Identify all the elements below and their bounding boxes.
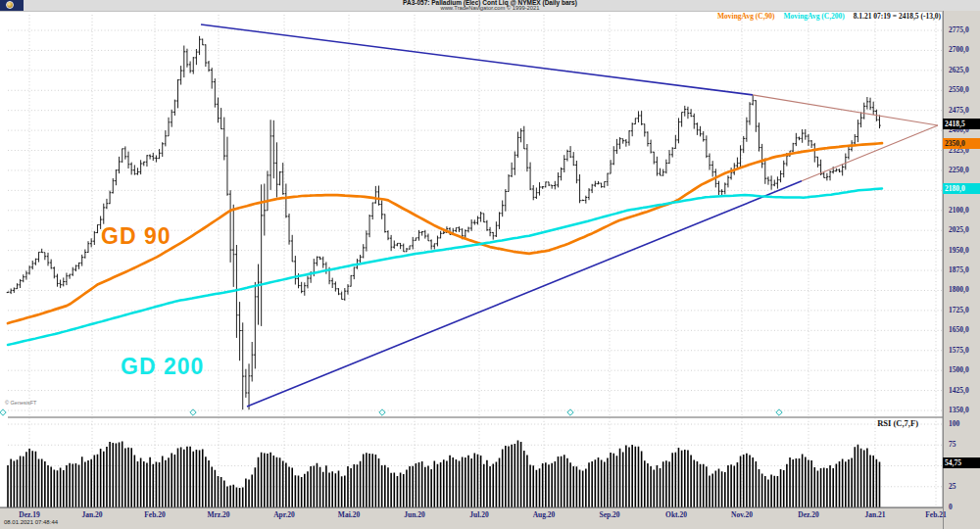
month-label[interactable]: Apr.20	[273, 511, 295, 519]
rsi-value-badge: 54,75	[943, 457, 980, 468]
price-tick-label: 1425,0	[949, 387, 969, 395]
date-axis[interactable]: Dez.19Jan.20Feb.20Mrz.20Apr.20Mai.20Jun.…	[0, 507, 943, 529]
trade-navigator-window: PA3-057: Palladium (Elec) Cont Liq @ NYM…	[0, 0, 980, 529]
price-tick-label: 1800,0	[949, 286, 969, 294]
price-tick-label: 1725,0	[949, 307, 969, 314]
price-tick-label: 2775,0	[949, 26, 969, 34]
status-timestamp: 08.01.2021 07:48:44	[4, 519, 58, 525]
price-tick-label: 1350,0	[949, 407, 969, 414]
price-tick-label: 2700,0	[949, 46, 969, 54]
indicator-legend: MovingAvg (C,90) MovingAvg (C,200) 8.1.2…	[710, 12, 941, 21]
month-label[interactable]: Dez.19	[19, 511, 39, 519]
month-label[interactable]: Okt.20	[665, 511, 687, 519]
month-label[interactable]: Jan.20	[81, 511, 102, 519]
chart-subtitle: www.TradeNavigator.com © 1999-2021	[0, 6, 980, 12]
rsi-tick-label: 100	[949, 420, 959, 428]
price-tick-label: 1875,0	[949, 266, 969, 274]
month-label[interactable]: Jun.20	[404, 511, 424, 519]
month-label[interactable]: Feb.20	[144, 511, 165, 519]
ma90-value-badge: 2350,0	[943, 138, 980, 149]
price-tick-label: 2625,0	[949, 67, 969, 74]
price-tick-label: 1500,0	[949, 366, 969, 374]
price-tick-label: 1650,0	[949, 326, 969, 334]
title-bar: PA3-057: Palladium (Elec) Cont Liq @ NYM…	[0, 0, 980, 12]
legend-quote-info: 8.1.21 07:19 = 2418,5 (-13,0)	[854, 12, 941, 21]
month-label[interactable]: Feb.21	[925, 511, 946, 519]
price-axis[interactable]: 2775,02700,02625,02550,02475,02400,02325…	[943, 11, 980, 529]
month-label[interactable]: Dez.20	[798, 511, 818, 519]
month-label[interactable]: Nov.20	[731, 511, 753, 519]
gd200-annotation: GD 200	[121, 354, 204, 380]
rsi-tick-label: 0	[949, 504, 953, 511]
legend-ma90[interactable]: MovingAvg (C,90)	[717, 12, 775, 21]
price-tick-label: 2100,0	[949, 207, 969, 215]
ma200-value-badge: 2180,0	[943, 183, 980, 194]
price-tick-label: 2250,0	[949, 167, 969, 174]
month-label[interactable]: Aug.20	[533, 511, 556, 519]
rsi-tick-label: 75	[949, 441, 956, 449]
price-tick-label: 1575,0	[949, 347, 969, 355]
last-price-badge: 2418,5	[943, 119, 980, 129]
rsi-tick-label: 25	[949, 483, 956, 491]
month-label[interactable]: Jan.21	[864, 511, 885, 519]
rsi-indicator-label[interactable]: RSI (C,7,F)	[838, 418, 918, 428]
price-tick-label: 2025,0	[949, 226, 969, 234]
month-label[interactable]: Mrz.20	[207, 511, 229, 519]
legend-ma200[interactable]: MovingAvg (C,200)	[784, 12, 845, 21]
price-tick-label: 1950,0	[949, 247, 969, 255]
month-label[interactable]: Mai.20	[338, 511, 360, 519]
price-tick-label: 2550,0	[949, 86, 969, 94]
month-label[interactable]: Jul.20	[469, 511, 488, 519]
chart-canvas[interactable]	[0, 0, 980, 529]
gd90-annotation: GD 90	[101, 223, 171, 250]
genesis-copyright: © GenesisFT	[5, 400, 36, 406]
month-label[interactable]: Sep.20	[599, 511, 619, 519]
price-tick-label: 2475,0	[949, 107, 969, 115]
